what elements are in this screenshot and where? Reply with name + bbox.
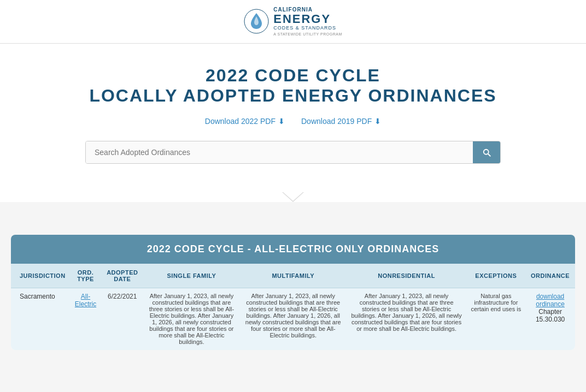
search-icon: [482, 147, 491, 157]
download-2022-label: Download 2022 PDF: [205, 117, 276, 126]
cell-nonresidential: After January 1, 2023, all newly constru…: [347, 288, 467, 349]
col-ord-type: ORD. TYPE: [70, 264, 102, 288]
cell-ord-type[interactable]: All-Electric: [70, 288, 102, 349]
download-links: Download 2022 PDF ⬇ Download 2019 PDF ⬇: [11, 117, 575, 126]
logo-codes: CODES & STANDARDS: [273, 26, 342, 31]
search-input[interactable]: [86, 141, 473, 163]
divider-area: [0, 186, 586, 202]
ordinance-link[interactable]: download ordinance: [530, 293, 571, 308]
search-button[interactable]: [473, 141, 500, 163]
logo-icon: [244, 9, 269, 34]
ordinances-table: JURISDICTION ORD. TYPE ADOPTED DATE SING…: [11, 264, 575, 350]
logo-statewide: A STATEWIDE UTILITY PROGRAM: [273, 32, 342, 37]
download-2022-icon: ⬇: [278, 117, 285, 126]
col-adopted-date: ADOPTED DATE: [101, 264, 143, 288]
cell-multifamily: After January 1, 2023, all newly constru…: [240, 288, 347, 349]
table-title-bar: 2022 CODE CYCLE - ALL-ELECTRIC ONLY ORDI…: [11, 235, 575, 264]
hero-section: 2022 CODE CYCLE LOCALLY ADOPTED ENERGY O…: [0, 44, 586, 186]
site-header: CALIFORNIA ENERGY CODES & STANDARDS A ST…: [0, 0, 586, 44]
cell-exceptions: Natural gas infrastructure for certain e…: [466, 288, 525, 349]
hero-title-line2: LOCALLY ADOPTED ENERGY ORDINANCES: [11, 86, 575, 106]
table-body: Sacramento All-Electric 6/22/2021 After …: [11, 288, 575, 349]
download-2022-link[interactable]: Download 2022 PDF ⬇: [205, 117, 285, 126]
table-wrapper: JURISDICTION ORD. TYPE ADOPTED DATE SING…: [11, 264, 575, 350]
col-nonresidential: NONRESIDENTIAL: [347, 264, 467, 288]
col-ordinance: ORDINANCE: [525, 264, 575, 288]
cell-adopted-date: 6/22/2021: [101, 288, 143, 349]
col-single-family: SINGLE FAMILY: [143, 264, 240, 288]
logo-energy: ENERGY: [273, 13, 342, 26]
table-header-row: JURISDICTION ORD. TYPE ADOPTED DATE SING…: [11, 264, 575, 288]
search-container: [11, 141, 575, 169]
download-2019-label: Download 2019 PDF: [301, 117, 372, 126]
download-2019-link[interactable]: Download 2019 PDF ⬇: [301, 117, 381, 126]
table-header: JURISDICTION ORD. TYPE ADOPTED DATE SING…: [11, 264, 575, 288]
logo-text-block: CALIFORNIA ENERGY CODES & STANDARDS A ST…: [273, 7, 342, 37]
chevron-down-icon: [282, 192, 304, 202]
logo-container: CALIFORNIA ENERGY CODES & STANDARDS A ST…: [244, 7, 342, 37]
ord-type-link[interactable]: All-Electric: [75, 293, 96, 308]
cell-jurisdiction: Sacramento: [11, 288, 70, 349]
col-jurisdiction: JURISDICTION: [11, 264, 70, 288]
spacer: [0, 202, 586, 235]
cell-ordinance[interactable]: download ordinance Chapter 15.30.030: [525, 288, 575, 349]
col-multifamily: MULTIFAMILY: [240, 264, 347, 288]
chapter-text: Chapter 15.30.030: [530, 308, 571, 323]
download-2019-icon: ⬇: [374, 117, 381, 126]
hero-title-line1: 2022 CODE CYCLE: [11, 66, 575, 86]
col-exceptions: EXCEPTIONS: [466, 264, 525, 288]
table-row: Sacramento All-Electric 6/22/2021 After …: [11, 288, 575, 349]
search-wrapper: [85, 141, 501, 164]
table-section: 2022 CODE CYCLE - ALL-ELECTRIC ONLY ORDI…: [0, 235, 586, 366]
cell-single-family: After January 1, 2023, all newly constru…: [143, 288, 240, 349]
